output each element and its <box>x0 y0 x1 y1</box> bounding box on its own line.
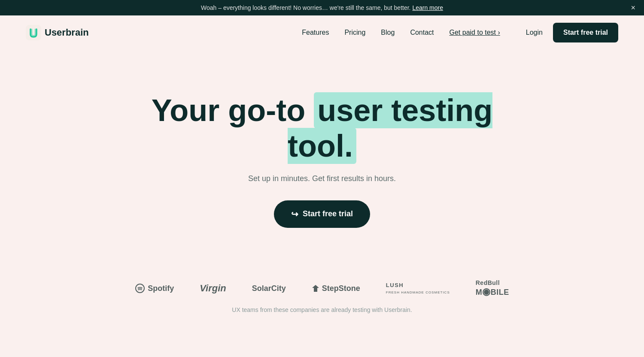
hero-cta-label: Start free trial <box>303 209 353 218</box>
login-link[interactable]: Login <box>526 29 543 36</box>
hero-subheading: Set up in minutes. Get first results in … <box>248 174 396 183</box>
announcement-text: Woah – everything looks different! No wo… <box>201 4 411 11</box>
logo-stepstone: StepStone <box>312 284 360 293</box>
logo-text: Userbrain <box>45 27 89 38</box>
spotify-icon <box>135 283 145 293</box>
hero-section: Your go-to user testing tool. Set up in … <box>0 50 644 254</box>
hero-cta-button[interactable]: ↪ Start free trial <box>274 200 370 228</box>
nav-item-blog[interactable]: Blog <box>381 29 395 36</box>
logo-redbull: RedBull M◉BILE <box>476 279 509 298</box>
logo[interactable]: Userbrain <box>26 25 89 40</box>
svg-rect-0 <box>26 25 41 40</box>
hero-heading: Your go-to user testing tool. <box>129 93 515 164</box>
lush-label: LUSHFRESH HANDMADE COSMETICS <box>386 282 450 295</box>
nav-item-get-paid[interactable]: Get paid to test › <box>450 29 500 36</box>
logo-lush: LUSHFRESH HANDMADE COSMETICS <box>386 282 450 295</box>
nav-links: Features Pricing Blog Contact Get paid t… <box>302 29 500 36</box>
announcement-link[interactable]: Learn more <box>412 4 443 11</box>
arrow-icon: ↪ <box>291 209 298 219</box>
logo-virgin: Virgin <box>200 283 226 294</box>
hero-heading-highlight: user testing tool. <box>288 92 492 164</box>
hero-heading-before: Your go-to <box>152 93 314 127</box>
main-nav: Userbrain Features Pricing Blog Contact … <box>0 15 644 50</box>
solarcity-label: SolarCity <box>252 284 286 293</box>
logo-solarcity: SolarCity <box>252 284 286 293</box>
redbull-label: RedBull M◉BILE <box>476 279 509 298</box>
logos-section: Spotify Virgin SolarCity StepStone LUSHF… <box>0 254 644 330</box>
logos-caption: UX teams from these companies are alread… <box>232 306 412 313</box>
nav-start-trial-button[interactable]: Start free trial <box>553 23 618 42</box>
spotify-label: Spotify <box>148 284 174 293</box>
virgin-label: Virgin <box>200 283 226 294</box>
logo-spotify: Spotify <box>135 283 174 293</box>
nav-item-pricing[interactable]: Pricing <box>344 29 365 36</box>
nav-item-contact[interactable]: Contact <box>410 29 434 36</box>
announcement-close-button[interactable]: × <box>631 3 635 12</box>
logo-icon <box>26 25 41 40</box>
stepstone-icon <box>312 284 319 292</box>
logos-row: Spotify Virgin SolarCity StepStone LUSHF… <box>135 279 509 298</box>
nav-right: Login Start free trial <box>526 23 618 42</box>
nav-item-features[interactable]: Features <box>302 29 329 36</box>
stepstone-label: StepStone <box>322 284 360 293</box>
announcement-bar: Woah – everything looks different! No wo… <box>0 0 644 15</box>
